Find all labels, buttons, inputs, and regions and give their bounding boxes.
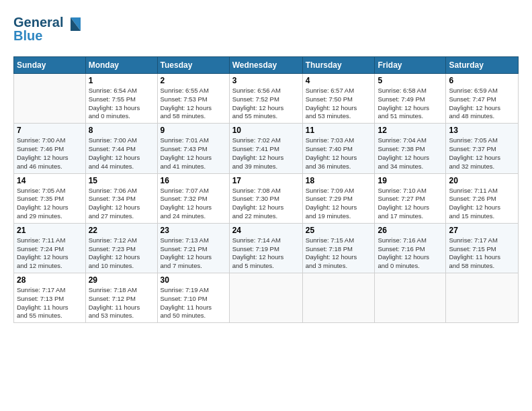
day-info: Sunrise: 7:18 AM Sunset: 7:12 PM Dayligh… xyxy=(89,286,154,320)
day-number: 17 xyxy=(232,176,300,185)
day-info: Sunrise: 6:54 AM Sunset: 7:55 PM Dayligh… xyxy=(89,87,154,121)
day-number: 18 xyxy=(306,176,372,185)
calendar-cell: 13Sunrise: 7:05 AM Sunset: 7:37 PM Dayli… xyxy=(446,124,519,173)
day-info: Sunrise: 7:06 AM Sunset: 7:34 PM Dayligh… xyxy=(89,187,154,221)
calendar-cell: 29Sunrise: 7:18 AM Sunset: 7:12 PM Dayli… xyxy=(85,273,157,323)
calendar-cell: 1Sunrise: 6:54 AM Sunset: 7:55 PM Daylig… xyxy=(85,74,157,124)
day-number: 4 xyxy=(306,76,372,85)
day-info: Sunrise: 7:07 AM Sunset: 7:32 PM Dayligh… xyxy=(161,187,226,221)
weekday-header-saturday: Saturday xyxy=(446,57,519,74)
calendar-cell xyxy=(14,74,86,124)
logo-text: General Blue xyxy=(13,12,87,48)
calendar-cell xyxy=(229,273,302,323)
day-info: Sunrise: 7:19 AM Sunset: 7:10 PM Dayligh… xyxy=(161,286,226,320)
calendar-week-row: 28Sunrise: 7:17 AM Sunset: 7:13 PM Dayli… xyxy=(14,273,519,323)
day-number: 24 xyxy=(232,226,300,235)
weekday-header-monday: Monday xyxy=(85,57,157,74)
calendar-page: General Blue SundayMondayTuesdayWednesda… xyxy=(0,0,532,330)
calendar-cell: 5Sunrise: 6:58 AM Sunset: 7:49 PM Daylig… xyxy=(375,74,446,124)
calendar-cell: 11Sunrise: 7:03 AM Sunset: 7:40 PM Dayli… xyxy=(302,124,375,173)
svg-text:Blue: Blue xyxy=(13,28,42,43)
day-info: Sunrise: 6:55 AM Sunset: 7:53 PM Dayligh… xyxy=(161,87,226,121)
calendar-cell: 18Sunrise: 7:09 AM Sunset: 7:29 PM Dayli… xyxy=(302,173,375,223)
calendar-cell xyxy=(375,273,446,323)
calendar-cell: 23Sunrise: 7:13 AM Sunset: 7:21 PM Dayli… xyxy=(157,223,229,273)
weekday-header-friday: Friday xyxy=(375,57,446,74)
day-number: 10 xyxy=(232,126,300,135)
calendar-cell: 25Sunrise: 7:15 AM Sunset: 7:18 PM Dayli… xyxy=(302,223,375,273)
calendar-cell: 7Sunrise: 7:00 AM Sunset: 7:46 PM Daylig… xyxy=(14,124,86,173)
weekday-header-tuesday: Tuesday xyxy=(157,57,229,74)
day-number: 11 xyxy=(306,126,372,135)
day-info: Sunrise: 7:15 AM Sunset: 7:18 PM Dayligh… xyxy=(306,236,372,271)
day-info: Sunrise: 7:01 AM Sunset: 7:43 PM Dayligh… xyxy=(161,136,226,171)
calendar-cell: 22Sunrise: 7:12 AM Sunset: 7:23 PM Dayli… xyxy=(85,223,157,273)
calendar-cell: 19Sunrise: 7:10 AM Sunset: 7:27 PM Dayli… xyxy=(375,173,446,223)
logo: General Blue xyxy=(13,12,87,48)
day-number: 23 xyxy=(161,226,226,235)
calendar-cell: 14Sunrise: 7:05 AM Sunset: 7:35 PM Dayli… xyxy=(14,173,86,223)
calendar-cell: 8Sunrise: 7:00 AM Sunset: 7:44 PM Daylig… xyxy=(85,124,157,173)
calendar-cell: 10Sunrise: 7:02 AM Sunset: 7:41 PM Dayli… xyxy=(229,124,302,173)
header: General Blue xyxy=(13,12,519,48)
calendar-week-row: 21Sunrise: 7:11 AM Sunset: 7:24 PM Dayli… xyxy=(14,223,519,273)
day-info: Sunrise: 7:17 AM Sunset: 7:13 PM Dayligh… xyxy=(17,286,83,320)
day-number: 12 xyxy=(378,126,443,135)
day-info: Sunrise: 7:04 AM Sunset: 7:38 PM Dayligh… xyxy=(378,136,443,171)
calendar-cell: 21Sunrise: 7:11 AM Sunset: 7:24 PM Dayli… xyxy=(14,223,86,273)
day-info: Sunrise: 7:08 AM Sunset: 7:30 PM Dayligh… xyxy=(232,187,300,221)
day-number: 13 xyxy=(449,126,515,135)
day-info: Sunrise: 6:59 AM Sunset: 7:47 PM Dayligh… xyxy=(449,87,515,121)
svg-text:General: General xyxy=(13,15,63,30)
calendar-cell: 17Sunrise: 7:08 AM Sunset: 7:30 PM Dayli… xyxy=(229,173,302,223)
day-number: 9 xyxy=(161,126,226,135)
day-info: Sunrise: 7:16 AM Sunset: 7:16 PM Dayligh… xyxy=(378,236,443,271)
calendar-week-row: 7Sunrise: 7:00 AM Sunset: 7:46 PM Daylig… xyxy=(14,124,519,173)
calendar-cell: 15Sunrise: 7:06 AM Sunset: 7:34 PM Dayli… xyxy=(85,173,157,223)
day-info: Sunrise: 7:14 AM Sunset: 7:19 PM Dayligh… xyxy=(232,236,300,271)
day-number: 15 xyxy=(89,176,154,185)
day-number: 28 xyxy=(17,275,83,285)
day-info: Sunrise: 7:09 AM Sunset: 7:29 PM Dayligh… xyxy=(306,187,372,221)
calendar-week-row: 14Sunrise: 7:05 AM Sunset: 7:35 PM Dayli… xyxy=(14,173,519,223)
day-number: 29 xyxy=(89,275,154,285)
day-info: Sunrise: 6:57 AM Sunset: 7:50 PM Dayligh… xyxy=(306,87,372,121)
calendar-body: 1Sunrise: 6:54 AM Sunset: 7:55 PM Daylig… xyxy=(14,74,519,323)
day-info: Sunrise: 7:05 AM Sunset: 7:35 PM Dayligh… xyxy=(17,187,83,221)
day-info: Sunrise: 7:00 AM Sunset: 7:44 PM Dayligh… xyxy=(89,136,154,171)
day-info: Sunrise: 7:12 AM Sunset: 7:23 PM Dayligh… xyxy=(89,236,154,271)
day-info: Sunrise: 7:03 AM Sunset: 7:40 PM Dayligh… xyxy=(306,136,372,171)
day-number: 25 xyxy=(306,226,372,235)
calendar-cell: 4Sunrise: 6:57 AM Sunset: 7:50 PM Daylig… xyxy=(302,74,375,124)
weekday-header-thursday: Thursday xyxy=(302,57,375,74)
calendar-cell: 12Sunrise: 7:04 AM Sunset: 7:38 PM Dayli… xyxy=(375,124,446,173)
day-number: 27 xyxy=(449,226,515,235)
day-info: Sunrise: 6:58 AM Sunset: 7:49 PM Dayligh… xyxy=(378,87,443,121)
calendar-cell: 20Sunrise: 7:11 AM Sunset: 7:26 PM Dayli… xyxy=(446,173,519,223)
day-info: Sunrise: 6:56 AM Sunset: 7:52 PM Dayligh… xyxy=(232,87,300,121)
day-info: Sunrise: 7:11 AM Sunset: 7:26 PM Dayligh… xyxy=(449,187,515,221)
day-number: 22 xyxy=(89,226,154,235)
day-number: 3 xyxy=(232,76,300,85)
day-number: 8 xyxy=(89,126,154,135)
day-info: Sunrise: 7:13 AM Sunset: 7:21 PM Dayligh… xyxy=(161,236,226,271)
calendar-cell: 24Sunrise: 7:14 AM Sunset: 7:19 PM Dayli… xyxy=(229,223,302,273)
calendar-cell: 9Sunrise: 7:01 AM Sunset: 7:43 PM Daylig… xyxy=(157,124,229,173)
day-info: Sunrise: 7:05 AM Sunset: 7:37 PM Dayligh… xyxy=(449,136,515,171)
calendar-cell: 28Sunrise: 7:17 AM Sunset: 7:13 PM Dayli… xyxy=(14,273,86,323)
weekday-header-sunday: Sunday xyxy=(14,57,86,74)
calendar-cell: 6Sunrise: 6:59 AM Sunset: 7:47 PM Daylig… xyxy=(446,74,519,124)
day-number: 5 xyxy=(378,76,443,85)
day-number: 14 xyxy=(17,176,83,185)
day-info: Sunrise: 7:17 AM Sunset: 7:15 PM Dayligh… xyxy=(449,236,515,271)
day-number: 30 xyxy=(161,275,226,285)
day-number: 16 xyxy=(161,176,226,185)
day-number: 26 xyxy=(378,226,443,235)
day-number: 2 xyxy=(161,76,226,85)
day-info: Sunrise: 7:00 AM Sunset: 7:46 PM Dayligh… xyxy=(17,136,83,171)
calendar-cell: 3Sunrise: 6:56 AM Sunset: 7:52 PM Daylig… xyxy=(229,74,302,124)
day-number: 6 xyxy=(449,76,515,85)
calendar-cell: 2Sunrise: 6:55 AM Sunset: 7:53 PM Daylig… xyxy=(157,74,229,124)
day-info: Sunrise: 7:02 AM Sunset: 7:41 PM Dayligh… xyxy=(232,136,300,171)
weekday-header-wednesday: Wednesday xyxy=(229,57,302,74)
